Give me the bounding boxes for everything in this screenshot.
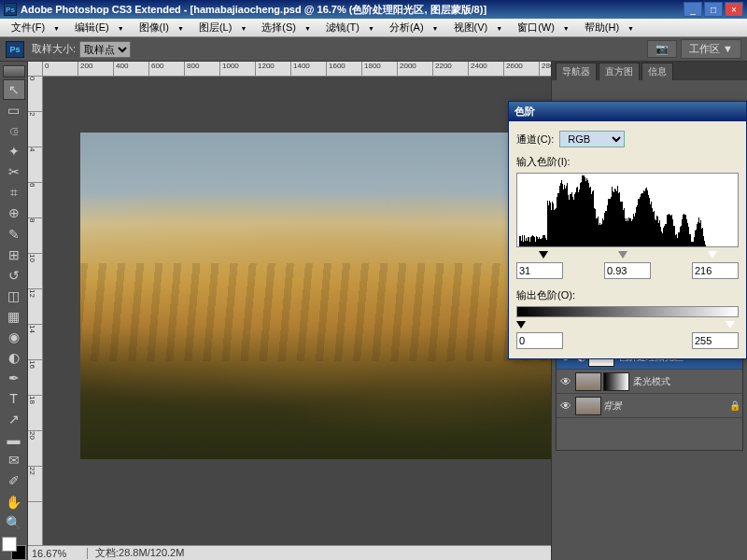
tab-navigator[interactable]: 导航器 bbox=[556, 63, 597, 80]
toolbox: ↖ ▭ ⟃ ✦ ✂ ⌗ ⊕ ✎ ⊞ ↺ ◫ ▦ ◉ ◐ ✒ T ↗ ▬ ✉ ✐ … bbox=[0, 62, 28, 560]
menu-analysis[interactable]: 分析(A)▼ bbox=[382, 19, 446, 36]
shape-tool[interactable]: ▬ bbox=[3, 430, 25, 450]
layer-row[interactable]: 👁 柔光模式 bbox=[557, 370, 742, 394]
tab-info[interactable]: 信息 bbox=[641, 63, 673, 80]
lock-icon: 🔒 bbox=[729, 400, 740, 411]
out-black-slider[interactable] bbox=[516, 321, 526, 329]
menu-view[interactable]: 视图(V)▼ bbox=[446, 19, 511, 36]
histogram bbox=[516, 173, 739, 247]
history-brush-tool[interactable]: ↺ bbox=[3, 265, 25, 285]
notes-tool[interactable]: ✉ bbox=[3, 451, 25, 470]
layer-thumb[interactable] bbox=[575, 372, 601, 391]
pen-tool[interactable]: ✒ bbox=[3, 369, 25, 388]
gradient-tool[interactable]: ▦ bbox=[3, 306, 25, 326]
layer-name: 柔光模式 bbox=[633, 375, 740, 388]
wand-tool[interactable]: ✦ bbox=[3, 142, 25, 161]
menu-filter[interactable]: 滤镜(T)▼ bbox=[318, 19, 382, 36]
output-gradient bbox=[516, 306, 739, 317]
visibility-icon[interactable]: 👁 bbox=[558, 374, 573, 389]
options-bar: Ps 取样大小: 取样点 📷 工作区 ▼ bbox=[0, 37, 747, 62]
foreground-swatch[interactable] bbox=[2, 537, 17, 552]
stamp-tool[interactable]: ⊞ bbox=[3, 245, 25, 264]
workspace-button[interactable]: 工作区 ▼ bbox=[681, 39, 741, 59]
input-levels-label: 输入色阶(I): bbox=[516, 155, 739, 169]
menu-help[interactable]: 帮助(H)▼ bbox=[577, 19, 641, 36]
menu-window[interactable]: 窗口(W)▼ bbox=[510, 19, 577, 36]
photo-canvas[interactable] bbox=[80, 133, 551, 459]
doc-info: 文档:28.8M/120.2M bbox=[88, 546, 184, 560]
ruler-corner bbox=[28, 62, 43, 77]
out-white-slider[interactable] bbox=[726, 321, 735, 329]
sample-size-label: 取样大小: bbox=[32, 42, 76, 56]
input-sliders bbox=[516, 251, 739, 260]
titlebar: Ps Adobe Photoshop CS3 Extended - [hamab… bbox=[0, 0, 747, 19]
shadow-input[interactable] bbox=[516, 262, 563, 279]
type-tool[interactable]: T bbox=[3, 389, 25, 409]
window-controls: _ □ × bbox=[684, 2, 743, 17]
layer-row[interactable]: 👁 背景 🔒 bbox=[557, 394, 742, 418]
crop-tool[interactable]: ✂ bbox=[3, 162, 25, 182]
slice-tool[interactable]: ⌗ bbox=[3, 183, 25, 203]
heal-tool[interactable]: ⊕ bbox=[3, 203, 25, 223]
move-tool[interactable]: ↖ bbox=[3, 79, 25, 99]
menu-select[interactable]: 选择(S)▼ bbox=[254, 19, 318, 36]
panel-tabs-top: 导航器 直方图 信息 bbox=[552, 62, 747, 80]
sample-size-select[interactable]: 取样点 bbox=[79, 41, 131, 58]
title-text: Adobe Photoshop CS3 Extended - [hamabaji… bbox=[21, 3, 684, 17]
layer-thumb[interactable] bbox=[575, 397, 601, 415]
midtone-input[interactable] bbox=[604, 262, 651, 279]
channel-label: 通道(C): bbox=[516, 133, 554, 147]
path-tool[interactable]: ↗ bbox=[3, 410, 25, 429]
minimize-button[interactable]: _ bbox=[684, 2, 702, 17]
zoom-tool[interactable]: 🔍 bbox=[3, 512, 25, 532]
ruler-vertical[interactable]: 0246810121416182022 bbox=[28, 77, 43, 545]
brush-tool[interactable]: ✎ bbox=[3, 224, 25, 244]
channel-select[interactable]: RGB bbox=[559, 131, 625, 147]
app-icon: Ps bbox=[4, 3, 17, 16]
layer-mask[interactable] bbox=[603, 372, 629, 391]
marquee-tool[interactable]: ▭ bbox=[3, 101, 25, 120]
output-low-input[interactable] bbox=[516, 332, 563, 349]
zoom-level[interactable]: 16.67% bbox=[32, 548, 88, 559]
shadow-slider[interactable] bbox=[539, 251, 548, 259]
bridge-button[interactable]: 📷 bbox=[647, 40, 677, 58]
output-levels-label: 输出色阶(O): bbox=[516, 288, 739, 302]
highlight-slider[interactable] bbox=[708, 251, 717, 259]
menu-layer[interactable]: 图层(L)▼ bbox=[191, 19, 254, 36]
visibility-icon[interactable]: 👁 bbox=[558, 399, 573, 413]
output-sliders bbox=[516, 321, 739, 330]
canvas-area: 0200400600800100012001400160018002000220… bbox=[28, 62, 551, 560]
hand-tool[interactable]: ✋ bbox=[3, 492, 25, 511]
color-swatches[interactable] bbox=[2, 537, 26, 560]
layer-name: 背景 bbox=[603, 399, 729, 413]
highlight-input[interactable] bbox=[692, 262, 739, 279]
statusbar: 16.67% 文档:28.8M/120.2M bbox=[28, 545, 551, 560]
ruler-horizontal[interactable]: 0200400600800100012001400160018002000220… bbox=[43, 62, 551, 77]
maximize-button[interactable]: □ bbox=[704, 2, 723, 17]
eraser-tool[interactable]: ◫ bbox=[3, 286, 25, 305]
menu-file[interactable]: 文件(F)▼ bbox=[4, 19, 67, 36]
eyedropper-tool[interactable]: ✐ bbox=[3, 471, 25, 491]
blur-tool[interactable]: ◉ bbox=[3, 327, 25, 346]
close-button[interactable]: × bbox=[725, 2, 743, 17]
levels-dialog[interactable]: 色阶 通道(C): RGB 输入色阶(I): 输出色阶(O): bbox=[508, 101, 747, 359]
output-high-input[interactable] bbox=[692, 332, 739, 349]
tab-histogram[interactable]: 直方图 bbox=[599, 63, 640, 80]
menu-edit[interactable]: 编辑(E)▼ bbox=[67, 19, 132, 36]
menu-image[interactable]: 图像(I)▼ bbox=[132, 19, 191, 36]
midtone-slider[interactable] bbox=[618, 251, 627, 259]
lasso-tool[interactable]: ⟃ bbox=[3, 121, 25, 141]
toolbox-grip[interactable] bbox=[3, 65, 25, 77]
document[interactable] bbox=[43, 77, 551, 545]
dialog-title[interactable]: 色阶 bbox=[509, 102, 746, 121]
menubar: 文件(F)▼ 编辑(E)▼ 图像(I)▼ 图层(L)▼ 选择(S)▼ 滤镜(T)… bbox=[0, 19, 747, 37]
dodge-tool[interactable]: ◐ bbox=[3, 347, 25, 367]
ps-logo-icon: Ps bbox=[6, 41, 24, 58]
